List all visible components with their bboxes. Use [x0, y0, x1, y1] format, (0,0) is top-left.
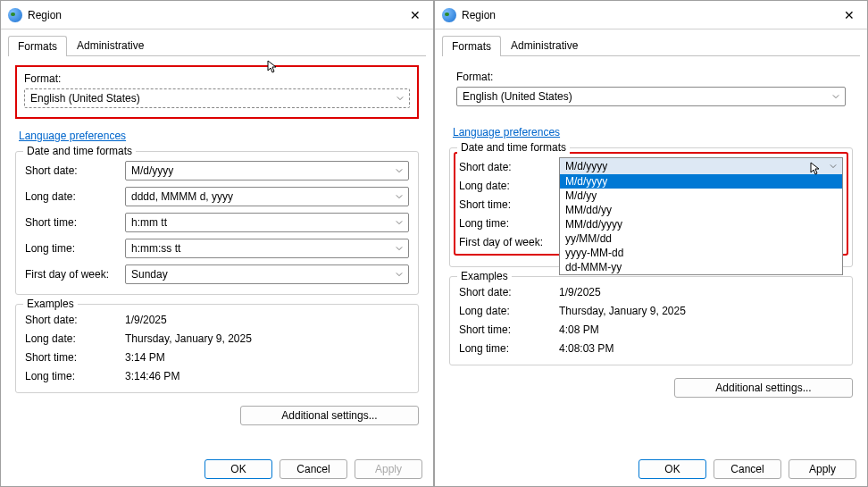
cancel-button[interactable]: Cancel: [280, 459, 347, 479]
additional-settings-button[interactable]: Additional settings...: [240, 406, 419, 425]
short-date-combo[interactable]: M/d/yyyy: [125, 161, 409, 181]
ex-short-time-label: Short time:: [25, 351, 125, 364]
region-window-right: Region ✕ Formats Administrative Format: …: [434, 0, 868, 487]
first-day-label: First day of week:: [459, 236, 559, 248]
date-time-formats-fieldset: Date and time formats Short date: M/d/yy…: [15, 151, 419, 295]
dropdown-selected[interactable]: M/d/yyyy: [560, 158, 842, 174]
format-section: Format: English (United States): [449, 65, 853, 115]
dropdown-option[interactable]: dd-MMM-yy: [560, 260, 842, 274]
chevron-down-icon: [396, 271, 403, 278]
long-date-combo[interactable]: dddd, MMMM d, yyyy: [125, 187, 409, 206]
additional-row: Additional settings...: [15, 402, 419, 427]
close-button[interactable]: ✕: [405, 8, 426, 22]
tab-body: Format: English (United States) Language…: [442, 55, 860, 452]
short-date-dropdown-wrap: M/d/yyyy M/d/yyyy M/d/yy MM/dd/yy MM/dd/…: [559, 157, 843, 177]
row-short-time: Short time: h:mm tt: [25, 213, 409, 232]
dropdown-option[interactable]: MM/dd/yy: [560, 203, 842, 217]
date-time-formats-fieldset: Date and time formats Short date: M/d/yy…: [449, 147, 853, 267]
tab-formats[interactable]: Formats: [442, 36, 501, 56]
first-day-value: Sunday: [131, 268, 168, 281]
short-date-highlight: Short date: M/d/yyyy M/d/yyyy M/d/yy MM/…: [454, 152, 848, 256]
ex-long-date-label: Long date:: [25, 332, 125, 345]
additional-settings-button[interactable]: Additional settings...: [674, 378, 853, 398]
cancel-button[interactable]: Cancel: [714, 459, 781, 479]
short-date-label: Short date:: [459, 161, 559, 173]
row-short-date: Short date: M/d/yyyy: [25, 161, 409, 181]
long-time-value: h:mm:ss tt: [131, 242, 180, 255]
globe-icon: [8, 8, 22, 22]
tabs: Formats Administrative: [1, 29, 433, 55]
language-preferences-link[interactable]: Language preferences: [19, 130, 419, 142]
ex-row-long-date: Long date:Thursday, January 9, 2025: [459, 305, 843, 317]
format-combo-value: English (United States): [463, 90, 572, 103]
language-preferences-link[interactable]: Language preferences: [453, 126, 853, 139]
apply-button[interactable]: Apply: [355, 459, 422, 479]
window-title: Region: [28, 9, 405, 21]
first-day-combo[interactable]: Sunday: [125, 264, 409, 284]
row-short-date: Short date: M/d/yyyy M/d/yyyy M/d/yy MM/…: [459, 157, 843, 177]
format-section-highlight: Format: English (United States): [15, 65, 419, 119]
ex-long-time-value: 4:08:03 PM: [559, 342, 843, 355]
dialog-buttons: OK Cancel Apply: [435, 452, 867, 486]
apply-button[interactable]: Apply: [789, 459, 856, 479]
ex-row-short-time: Short time:4:08 PM: [459, 323, 843, 336]
chevron-down-icon: [396, 193, 403, 200]
window-title: Region: [462, 9, 839, 21]
ex-row-long-time: Long time:4:08:03 PM: [459, 342, 843, 355]
examples-legend: Examples: [457, 270, 512, 282]
short-time-label: Short time:: [459, 198, 559, 211]
dropdown-option[interactable]: yy/MM/dd: [560, 231, 842, 246]
ex-short-date-value: 1/9/2025: [559, 286, 843, 298]
examples-legend: Examples: [23, 298, 78, 310]
format-label: Format:: [456, 71, 846, 83]
titlebar: Region ✕: [435, 1, 867, 29]
dropdown-option[interactable]: M/d/yyyy: [560, 174, 842, 189]
format-combo-value: English (United States): [30, 92, 140, 105]
chevron-down-icon: [396, 245, 403, 252]
short-date-dropdown-open[interactable]: M/d/yyyy M/d/yyyy M/d/yy MM/dd/yy MM/dd/…: [559, 157, 843, 275]
long-date-value: dddd, MMMM d, yyyy: [131, 190, 233, 203]
ex-row-short-time: Short time:3:14 PM: [25, 351, 409, 364]
format-label: Format:: [24, 72, 410, 85]
format-combo[interactable]: English (United States): [456, 87, 846, 106]
ex-long-time-value: 3:14:46 PM: [125, 370, 409, 382]
tab-formats[interactable]: Formats: [8, 36, 67, 56]
globe-icon: [442, 8, 456, 22]
ex-short-time-value: 4:08 PM: [559, 323, 843, 336]
short-time-label: Short time:: [25, 216, 125, 229]
long-time-label: Long time:: [25, 242, 125, 255]
chevron-down-icon: [830, 163, 837, 170]
ex-short-date-value: 1/9/2025: [125, 314, 409, 326]
dtf-legend: Date and time formats: [457, 141, 570, 154]
ex-short-time-label: Short time:: [459, 323, 559, 336]
close-button[interactable]: ✕: [839, 8, 860, 22]
tab-body: Format: English (United States) Language…: [8, 55, 426, 452]
ok-button[interactable]: OK: [638, 459, 706, 479]
ex-long-date-value: Thursday, January 9, 2025: [559, 305, 843, 317]
chevron-down-icon: [832, 93, 839, 100]
short-date-label: Short date:: [25, 164, 125, 177]
long-time-combo[interactable]: h:mm:ss tt: [125, 239, 409, 258]
chevron-down-icon: [396, 167, 403, 174]
dropdown-option[interactable]: yyyy-MM-dd: [560, 246, 842, 260]
ex-short-date-label: Short date:: [25, 314, 125, 326]
ok-button[interactable]: OK: [204, 459, 272, 479]
dropdown-option[interactable]: M/d/yy: [560, 189, 842, 203]
ex-row-long-date: Long date:Thursday, January 9, 2025: [25, 332, 409, 345]
ex-long-date-value: Thursday, January 9, 2025: [125, 332, 409, 345]
ex-long-time-label: Long time:: [459, 342, 559, 355]
long-date-label: Long date:: [459, 180, 559, 192]
tab-administrative[interactable]: Administrative: [501, 35, 588, 55]
tab-administrative[interactable]: Administrative: [67, 35, 154, 55]
format-combo[interactable]: English (United States): [24, 88, 410, 108]
dropdown-option[interactable]: MM/dd/yyyy: [560, 217, 842, 231]
long-time-label: Long time:: [459, 217, 559, 230]
titlebar: Region ✕: [1, 1, 433, 29]
ex-row-short-date: Short date:1/9/2025: [25, 314, 409, 326]
ex-long-time-label: Long time:: [25, 370, 125, 382]
examples-fieldset: Examples Short date:1/9/2025 Long date:T…: [449, 276, 853, 365]
short-time-combo[interactable]: h:mm tt: [125, 213, 409, 232]
chevron-down-icon: [396, 219, 403, 226]
row-long-date: Long date: dddd, MMMM d, yyyy: [25, 187, 409, 206]
chevron-down-icon: [396, 95, 404, 102]
